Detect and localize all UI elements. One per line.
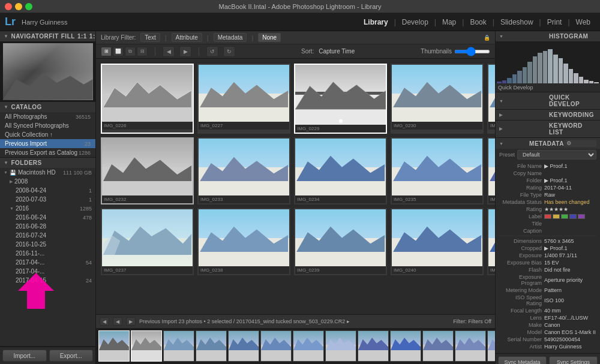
catalog-prev-export[interactable]: Previous Export as Catalog 1286	[0, 148, 95, 157]
toolbar-prev-btn[interactable]: ◀	[163, 46, 175, 57]
histogram-header[interactable]: ▼ Histogram	[496, 31, 600, 41]
thumb-7[interactable]: IMG_0233	[197, 137, 290, 204]
thumb-9[interactable]: IMG_0235	[391, 137, 484, 204]
folder-2016-06-24[interactable]: 2016-06-24 478	[0, 213, 95, 222]
folder-more-2[interactable]: 2017-04-... 54	[0, 258, 95, 267]
loupe-view-button[interactable]: ⬜	[113, 47, 124, 56]
folder-2016-07-24[interactable]: 2016-07-24	[0, 231, 95, 240]
export-button[interactable]: Export...	[49, 350, 94, 362]
folder-2016-06-28[interactable]: 2016-06-28	[0, 222, 95, 231]
filmstrip-toggle[interactable]: ◀	[100, 317, 109, 326]
folder-2020-07-03[interactable]: 2020-07-03 1	[0, 195, 95, 204]
thumb-10[interactable]: IMG_0236	[487, 137, 495, 204]
filter-none[interactable]: None	[258, 33, 281, 42]
nav-library[interactable]: Library	[359, 17, 393, 28]
folders-header[interactable]: ▼ Folders	[0, 158, 95, 168]
nav-slideshow[interactable]: Slideshow	[496, 17, 538, 28]
fs-thumb-12[interactable]	[455, 330, 486, 362]
folder-2016[interactable]: ▼ 2016 1285	[0, 204, 95, 213]
toolbar-rotate-ccw[interactable]: ↺	[206, 46, 218, 57]
grid-view-button[interactable]: ⊞	[101, 47, 112, 56]
maximize-button[interactable]	[25, 3, 32, 10]
thumb-13[interactable]: IMG_0239	[294, 208, 387, 275]
folder-2008-04-24[interactable]: 2008-04-24 1	[0, 186, 95, 195]
compare-view-button[interactable]: ⧉	[125, 47, 136, 56]
thumb-8[interactable]: IMG_0234	[294, 137, 387, 204]
label-blue[interactable]	[569, 214, 577, 219]
metadata-options-btn[interactable]: ⚙	[564, 140, 596, 147]
thumbnails-slider[interactable]	[454, 50, 490, 53]
size-fill[interactable]: Fill	[61, 33, 75, 40]
metadata-preset-select[interactable]: Default	[517, 150, 596, 160]
label-green[interactable]	[561, 214, 568, 219]
thumb-1[interactable]: IMG_0226	[101, 64, 194, 134]
navigator-header[interactable]: ▼ Navigator Fit Fill 1:1 1:2	[0, 31, 95, 41]
minimize-button[interactable]	[15, 3, 22, 10]
catalog-quick[interactable]: Quick Collection ↑	[0, 130, 95, 139]
catalog-header[interactable]: ▼ Catalog	[0, 102, 95, 112]
nav-map[interactable]: Map	[437, 17, 461, 28]
catalog-synced[interactable]: All Synced Photographs	[0, 121, 95, 130]
thumb-2[interactable]: IMG_0227	[197, 64, 290, 134]
folder-more-1[interactable]: 2016-11-...	[0, 249, 95, 258]
thumb-15[interactable]: IMG_0241	[487, 208, 495, 275]
filter-value[interactable]: Filters Off	[468, 318, 491, 324]
metadata-header[interactable]: ▼ Metadata ⚙	[496, 138, 600, 149]
fs-thumb-3[interactable]	[163, 330, 194, 362]
fs-thumb-1[interactable]	[98, 330, 130, 362]
fs-thumb-11[interactable]	[422, 330, 454, 362]
fs-thumb-8[interactable]	[325, 330, 356, 362]
folder-more-4[interactable]: 2017-04-15 24	[0, 276, 95, 285]
fs-thumb-2[interactable]	[131, 330, 162, 362]
size-1-2[interactable]: 1:2	[89, 33, 96, 40]
fs-thumb-7[interactable]	[293, 330, 324, 362]
meta-rating-stars[interactable]: ★★★★★	[544, 206, 596, 212]
meta-rating-date-val[interactable]: 2017-04-11	[544, 185, 596, 191]
grid-area[interactable]: IMG_0226	[96, 59, 495, 314]
filmstrip-nav-next[interactable]: ▶	[126, 317, 136, 326]
quick-develop-header[interactable]: ▼ Quick Develop	[496, 92, 600, 109]
filter-metadata[interactable]: Metadata	[214, 33, 247, 42]
thumb-4[interactable]: IMG_0230	[391, 64, 484, 134]
thumb-11[interactable]: IMG_0237	[101, 208, 194, 275]
folder-more-3[interactable]: 2017-04-...	[0, 267, 95, 276]
folder-2016-10-25[interactable]: 2016-10-25	[0, 240, 95, 249]
keyword-list-header[interactable]: ▶ Keyword List	[496, 121, 600, 137]
toolbar-next-btn[interactable]: ▶	[179, 46, 191, 57]
folder-macintosh-hd[interactable]: ▼ 💾 Macintosh HD 111 100 GB	[0, 168, 95, 177]
filter-text[interactable]: Text	[140, 33, 160, 42]
nav-web[interactable]: Web	[571, 17, 595, 28]
fs-thumb-4[interactable]	[196, 330, 227, 362]
fs-thumb-10[interactable]	[390, 330, 421, 362]
meta-file-name-val[interactable]: ▶ Proof.1	[544, 163, 596, 169]
nav-print[interactable]: Print	[542, 17, 567, 28]
filmstrip-nav-prev[interactable]: ◀	[113, 317, 122, 326]
close-button[interactable]	[5, 3, 12, 10]
thumb-5[interactable]: IMG_0231	[487, 64, 495, 134]
label-red[interactable]	[544, 214, 551, 219]
nav-develop[interactable]: Develop	[397, 17, 433, 28]
fs-thumb-6[interactable]	[260, 330, 292, 362]
meta-folder-val[interactable]: ▶ Proof.1	[544, 178, 596, 183]
fs-thumb-13[interactable]	[487, 330, 495, 362]
label-purple[interactable]	[578, 214, 585, 219]
catalog-all-photos[interactable]: All Photographs 36515	[0, 112, 95, 121]
thumb-3[interactable]: IMG_0229	[294, 64, 387, 134]
filter-attribute[interactable]: Attribute	[172, 33, 202, 42]
label-yellow[interactable]	[553, 214, 560, 219]
sync-settings-button[interactable]: Sync Settings	[549, 356, 598, 364]
keywording-header[interactable]: ▶ Keywording	[496, 110, 600, 120]
survey-view-button[interactable]: ⊟	[137, 47, 148, 56]
size-fit[interactable]: Fit	[49, 33, 59, 40]
folder-2008[interactable]: ▶ 2008	[0, 177, 95, 186]
hist-quick-develop-btn[interactable]: Quick Develop	[498, 85, 533, 91]
size-1-1[interactable]: 1:1	[77, 33, 87, 40]
thumb-6[interactable]: IMG_0232	[101, 137, 194, 204]
fs-thumb-5[interactable]	[228, 330, 259, 362]
sync-metadata-button[interactable]: Sync Metadata	[498, 356, 547, 364]
sort-value[interactable]: Capture Time	[319, 48, 355, 55]
import-button[interactable]: Import...	[2, 350, 47, 362]
nav-book[interactable]: Book	[465, 17, 491, 28]
fs-thumb-9[interactable]	[358, 330, 389, 362]
thumb-14[interactable]: IMG_0240	[391, 208, 484, 275]
